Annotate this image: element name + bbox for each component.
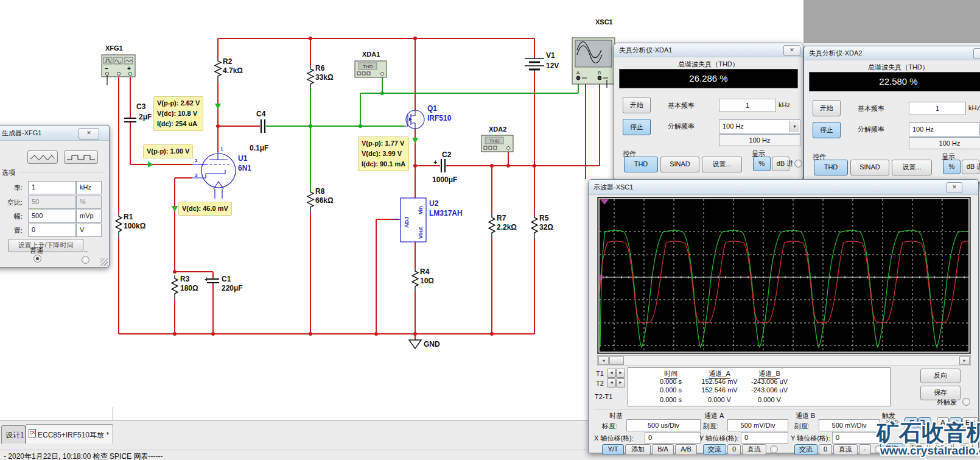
channel-a-radio[interactable] (770, 445, 778, 453)
timebase-offset-field[interactable]: 0 (645, 432, 701, 444)
yt-mode-button[interactable]: Y/T (602, 444, 624, 455)
xda1-stop-button[interactable]: 停止 (623, 119, 651, 135)
xda1-settings-button[interactable]: 设置... (702, 157, 742, 172)
xda1-sinad-button[interactable]: SINAD (660, 157, 699, 172)
xfg-duty-unit: % (76, 196, 102, 209)
battery-v1[interactable] (525, 58, 544, 69)
xfg-amp-input[interactable]: 500 (28, 210, 76, 223)
channel-b-dc-button[interactable]: 直流 (833, 444, 858, 455)
t1-left-button[interactable]: ◄ (607, 369, 616, 378)
channel-b-minus-button[interactable]: - (859, 444, 871, 455)
label-r8: R8 (315, 187, 325, 196)
ground-symbol[interactable] (409, 340, 421, 349)
channel-b-offset-field[interactable]: 0 (832, 432, 880, 444)
timebase-scale-field[interactable]: 500 us/Div (626, 419, 701, 431)
watermark-url: www.crystalradio.cn (880, 444, 980, 458)
channel-a-legend: 通道 A (704, 411, 724, 420)
scope-reverse-button[interactable]: 反向 (920, 369, 961, 383)
xda2-fund-input[interactable]: 1 (909, 102, 966, 115)
xda2-window: 失真分析仪-XDA2 ✕ 总谐波失真（THD） 22.580 % 开始 停止 基… (803, 46, 980, 183)
xda1-start-button[interactable]: 开始 (623, 97, 651, 113)
xda2-thd-button[interactable]: THD (814, 160, 848, 175)
xfg-normal-radio[interactable] (33, 255, 41, 263)
label-xfg1-plus: + (127, 65, 131, 72)
scroll-right-arrow[interactable]: ► (959, 356, 970, 365)
mosfet-q1[interactable] (404, 110, 424, 129)
channel-a-dc-button[interactable]: 直流 (742, 444, 766, 455)
t2-right-button[interactable]: ► (616, 378, 625, 387)
xda1-res-label: 分解频率 (668, 122, 695, 131)
u2-adj: ADJ (404, 217, 410, 228)
readout-table: 时间 通道_A 通道_B 0.000 s 152.546 mV -243.006… (628, 367, 891, 406)
xda2-settings-button[interactable]: 设置... (892, 160, 932, 175)
xda1-pct-button[interactable]: % (753, 157, 771, 171)
add-mode-button[interactable]: 添加 (625, 444, 651, 455)
xfg-freq-unit[interactable]: kHz (76, 181, 102, 194)
xda1-fund-input[interactable]: 1 (719, 99, 776, 112)
label-xda1: XDA1 (362, 51, 380, 58)
canvas-edge-vertical (113, 407, 113, 420)
channel-a-scale-field[interactable]: 500 mV/Div (727, 419, 788, 431)
xfg1-close-button[interactable]: ✕ (79, 128, 99, 140)
xfg-amp-unit[interactable]: mVp (76, 210, 102, 223)
scope-close-button[interactable]: ✕ (947, 182, 962, 193)
combo-arrow-icon[interactable]: ▼ (789, 121, 799, 132)
ba-mode-button[interactable]: B/A (652, 444, 674, 455)
scope-trace-channel-b (600, 241, 968, 322)
tab-design1[interactable]: 设计1 (1, 425, 26, 444)
channel-a-zero-button[interactable]: 0 (727, 444, 741, 455)
xda1-thd-button[interactable]: THD (624, 157, 658, 172)
xfg-normal-label: 普通 (30, 246, 43, 255)
square-wave-button[interactable] (64, 150, 98, 164)
channel-b-ac-button[interactable]: 交流 (794, 444, 817, 455)
scroll-thumb[interactable] (609, 356, 624, 365)
label-c4-val: 0.1μF (250, 144, 268, 152)
label-c3-val: 2μF (139, 113, 152, 121)
probe-readout-input: V(p-p): 1.00 V (143, 144, 193, 158)
channel-a-ac-button[interactable]: 交流 (703, 444, 726, 455)
triangle-wave-button[interactable] (27, 150, 58, 164)
channel-b-zero-button[interactable]: 0 (819, 444, 832, 455)
scope-scrollbar[interactable]: ◄ ► (597, 355, 971, 366)
label-xsc1: XSC1 (595, 18, 613, 26)
label-q1: Q1 (427, 104, 437, 113)
tab-ecc85-irf510[interactable]: ECC85+IRF510耳放 * (26, 424, 113, 444)
channel-a-offset-field[interactable]: 0 (741, 432, 788, 444)
xda2-pct-button[interactable]: % (943, 160, 961, 174)
label-c2: C2 (442, 150, 452, 159)
resistors[interactable] (116, 58, 537, 300)
t2-left-button[interactable]: ◄ (607, 378, 616, 387)
t1-right-button[interactable]: ► (616, 369, 625, 378)
channel-b-legend: 通道 B (796, 411, 815, 420)
xda2-close-button[interactable]: ✕ (973, 48, 980, 59)
label-c2-plus: + (433, 158, 437, 166)
tube-u1[interactable] (192, 152, 236, 199)
xda1-more-radio[interactable] (794, 160, 802, 168)
ext-trigger-label: 外触发 (937, 398, 957, 407)
xda2-sinad-button[interactable]: SINAD (850, 160, 889, 175)
xda2-fund-label: 基本频率 (858, 104, 884, 113)
xda1-fund-label: 基本频率 (668, 101, 695, 110)
xfg-second-radio[interactable] (82, 256, 89, 264)
scope-title: 示波器-XSC1 (593, 183, 633, 192)
xfg-rise-fall-button[interactable]: 设置上升/下降时间 (8, 239, 83, 252)
scroll-left-arrow[interactable]: ◄ (598, 356, 609, 365)
label-c2-val: 1000μF (432, 175, 457, 184)
ab-mode-button[interactable]: A/B (675, 444, 697, 455)
xda2-stop-button[interactable]: 停止 (813, 122, 841, 138)
cursor-t1-label: T1 (596, 370, 604, 377)
xfg-resize-grip[interactable] (100, 258, 108, 266)
u1-pin2: 2 (195, 158, 198, 163)
xda1-res-combo[interactable]: 100 Hz ▼ (719, 119, 800, 133)
xfg-freq-input[interactable]: 1 (28, 181, 76, 194)
xfg-offset-input[interactable]: 0 (28, 224, 76, 237)
channel-b-scale-field[interactable]: 500 mV/Div (819, 419, 880, 431)
oscilloscope-icon[interactable] (572, 38, 615, 88)
xda1-close-button[interactable]: ✕ (783, 45, 800, 56)
label-c1-plus: + (205, 275, 208, 283)
xda2-thd-title: 总谐波失真（THD） (804, 63, 980, 72)
ext-trigger-radio[interactable] (962, 398, 970, 406)
xda2-res-combo[interactable]: 100 Hz ▼ (909, 122, 980, 136)
xda2-start-button[interactable]: 开始 (813, 100, 841, 116)
xfg-offset-unit[interactable]: V (76, 224, 102, 237)
